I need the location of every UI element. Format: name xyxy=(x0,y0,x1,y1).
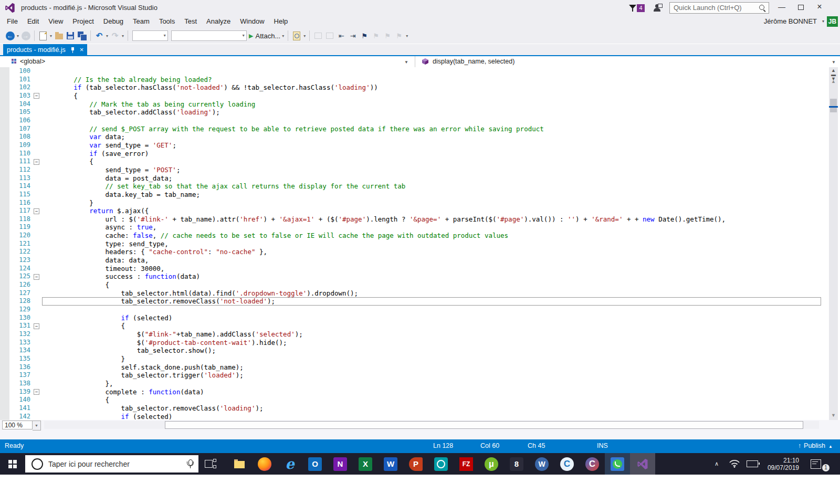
menu-test[interactable]: Test xyxy=(180,16,202,27)
notifications-flag-icon[interactable] xyxy=(629,4,637,12)
code-line-127[interactable]: 127 tab_selector.html(data).find('.dropd… xyxy=(0,289,840,298)
save-all-button[interactable] xyxy=(77,29,87,42)
undo-button[interactable]: ↶ xyxy=(94,29,104,42)
code-line-124[interactable]: 124 timeout: 30000, xyxy=(0,265,840,273)
clear-bookmarks-button[interactable]: ⚑ xyxy=(394,29,404,42)
code-line-134[interactable]: 134 tab_selector.show(); xyxy=(0,346,840,355)
microphone-icon[interactable] xyxy=(187,459,193,469)
tray-show-hidden-icons[interactable]: ∧ xyxy=(710,453,723,475)
decrease-indent-button[interactable]: ⇤ xyxy=(336,29,346,42)
editor-horizontal-scrollbar[interactable] xyxy=(44,421,819,429)
taskbar-app-firefox[interactable] xyxy=(252,453,277,475)
code-line-141[interactable]: 141 tab_selector.removeClass('loading'); xyxy=(0,404,840,413)
menu-window[interactable]: Window xyxy=(235,16,269,27)
scroll-up-arrow-icon[interactable]: ▲ xyxy=(829,79,838,84)
code-line-135[interactable]: 135 } xyxy=(0,355,840,363)
taskbar-app-app-teal[interactable] xyxy=(428,453,454,475)
code-line-138[interactable]: 138 }, xyxy=(0,380,840,388)
code-line-122[interactable]: 122 headers: { "cache-control": "no-cach… xyxy=(0,248,840,256)
menu-analyze[interactable]: Analyze xyxy=(202,16,235,27)
menu-project[interactable]: Project xyxy=(68,16,98,27)
code-line-109[interactable]: 109 var send_type = 'GET'; xyxy=(0,141,840,150)
start-button[interactable] xyxy=(0,453,25,475)
code-line-113[interactable]: 113 data = post_data; xyxy=(0,174,840,183)
code-line-121[interactable]: 121 type: send_type, xyxy=(0,240,840,248)
code-line-123[interactable]: 123 data: data, xyxy=(0,256,840,265)
code-line-136[interactable]: 136 self.stack_done.push(tab_name); xyxy=(0,363,840,372)
taskbar-app-filezilla[interactable]: FZ xyxy=(454,453,479,475)
redo-button[interactable]: ↷ xyxy=(110,29,120,42)
code-line-111[interactable]: 111− { xyxy=(0,158,840,166)
taskbar-app-visual-studio[interactable] xyxy=(630,453,655,475)
menu-file[interactable]: File xyxy=(2,16,23,27)
code-line-107[interactable]: 107 // send $_POST array with the reques… xyxy=(0,125,840,133)
code-line-129[interactable]: 129 xyxy=(0,306,840,314)
taskbar-app-edge[interactable]: e xyxy=(277,453,302,475)
code-line-142[interactable]: 142 if (selected) xyxy=(0,413,840,420)
save-button[interactable] xyxy=(65,29,76,42)
taskbar-app-word[interactable]: W xyxy=(378,453,403,475)
split-window-handle-icon[interactable]: ▲▬▼ xyxy=(829,68,838,77)
zoom-caret-icon[interactable]: ▼ xyxy=(33,421,41,430)
send-feedback-icon[interactable] xyxy=(654,4,663,12)
code-line-101[interactable]: 101 // Is the tab already being loaded? xyxy=(0,76,840,84)
prev-bookmark-button[interactable]: ⚑ xyxy=(371,29,381,42)
taskbar-app-app-c-blue[interactable]: C xyxy=(554,453,580,475)
code-line-116[interactable]: 116 } xyxy=(0,199,840,207)
block-2-button[interactable] xyxy=(324,29,335,42)
fold-collapse-icon[interactable]: − xyxy=(34,93,39,99)
undo-caret[interactable]: ▾ xyxy=(106,34,108,38)
configuration-combo[interactable]: ▼ xyxy=(171,30,247,41)
menu-tools[interactable]: Tools xyxy=(154,16,180,27)
taskbar-app-utorrent[interactable]: µ xyxy=(479,453,504,475)
menu-debug[interactable]: Debug xyxy=(99,16,128,27)
quick-launch-input[interactable]: Quick Launch (Ctrl+Q) xyxy=(669,2,769,14)
minimize-button[interactable]: — xyxy=(773,0,791,14)
task-view-button[interactable] xyxy=(205,458,217,469)
code-line-132[interactable]: 132 $("#link-"+tab_name).addClass('selec… xyxy=(0,330,840,339)
attach-caret[interactable]: ▾ xyxy=(282,34,284,38)
document-tab[interactable]: products - modifié.js × xyxy=(3,44,87,55)
code-line-119[interactable]: 119 async : true, xyxy=(0,223,840,232)
taskbar-app-file-explorer[interactable] xyxy=(227,453,252,475)
taskbar-app-ccleaner[interactable]: C xyxy=(580,453,605,475)
fold-collapse-icon[interactable]: − xyxy=(34,208,39,214)
code-line-140[interactable]: 140 { xyxy=(0,396,840,404)
code-line-106[interactable]: 106 xyxy=(0,117,840,125)
code-line-117[interactable]: 117− return $.ajax({ xyxy=(0,207,840,215)
code-line-131[interactable]: 131− { xyxy=(0,322,840,330)
user-avatar[interactable]: JB xyxy=(827,16,838,27)
code-line-120[interactable]: 120 cache: false, // cache needs to be s… xyxy=(0,232,840,240)
clock[interactable]: 21:10 09/07/2019 xyxy=(760,453,799,475)
publish-button[interactable]: ↑Publish▲ xyxy=(798,442,833,449)
taskbar-app-whatsapp[interactable] xyxy=(605,453,630,475)
code-line-126[interactable]: 126 { xyxy=(0,281,840,289)
restore-button[interactable] xyxy=(792,0,810,14)
open-file-button[interactable] xyxy=(54,29,64,42)
code-line-130[interactable]: 130 if (selected) xyxy=(0,314,840,322)
close-button[interactable]: × xyxy=(811,0,828,14)
taskbar-app-onenote[interactable]: N xyxy=(328,453,353,475)
increase-indent-button[interactable]: ⇥ xyxy=(348,29,358,42)
close-tab-icon[interactable]: × xyxy=(80,46,84,54)
code-line-115[interactable]: 115 data.key_tab = tab_name; xyxy=(0,191,840,199)
code-line-128[interactable]: 128 tab_selector.removeClass('not-loaded… xyxy=(0,297,840,306)
code-line-133[interactable]: 133 $('#product-tab-content-wait').hide(… xyxy=(0,339,840,347)
taskbar-app-powerpoint[interactable]: P xyxy=(403,453,428,475)
find-caret[interactable]: ▾ xyxy=(303,34,306,38)
code-line-114[interactable]: 114 // set key_tab so that the ajax call… xyxy=(0,182,840,191)
fold-collapse-icon[interactable]: − xyxy=(34,274,39,280)
find-in-files-button[interactable] xyxy=(291,29,302,42)
menu-edit[interactable]: Edit xyxy=(23,16,44,27)
navigate-backward-caret[interactable]: ▾ xyxy=(17,34,19,38)
taskbar-app-excel[interactable]: X xyxy=(353,453,378,475)
taskbar-app-outlook[interactable]: O xyxy=(302,453,328,475)
block-1-button[interactable] xyxy=(313,29,323,42)
vertical-scrollbar-thumb[interactable] xyxy=(830,99,837,112)
code-line-118[interactable]: 118 url : $('#link-' + tab_name).attr('h… xyxy=(0,215,840,224)
code-line-105[interactable]: 105 tab_selector.addClass('loading'); xyxy=(0,108,840,117)
signed-in-user[interactable]: Jérôme BONNET xyxy=(764,17,817,25)
code-line-102[interactable]: 102 if (tab_selector.hasClass('not-loade… xyxy=(0,83,840,92)
taskbar-search-input[interactable]: Taper ici pour rechercher xyxy=(25,455,198,472)
attach-button[interactable]: ▶Attach... xyxy=(249,29,280,42)
